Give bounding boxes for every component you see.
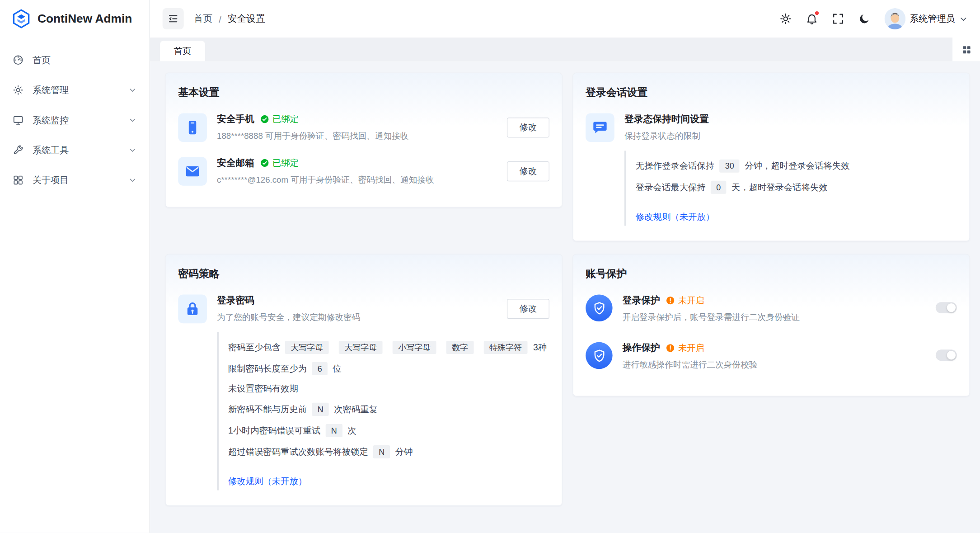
login-protection-row: 登录保护 未开启 开启登录保护后，账号登录需进行二次身份验证 [586,295,957,324]
sidebar-item-label: 首页 [33,54,137,66]
app-logo[interactable]: ContiNew Admin [0,0,150,38]
breadcrumb-separator: / [219,14,221,24]
warning-circle-icon [666,343,675,353]
session-keep-row: 登录态保持时间设置 保持登录状态的限制 [586,113,957,142]
row-title: 登录保护 [623,295,660,307]
value-chip: N [312,403,329,416]
rule-expiry: 未设置密码有效期 [228,383,549,395]
chevron-down-icon [128,146,137,154]
card-account-protection: 账号保护 登录保护 未开启 [572,254,970,396]
row-desc: 为了您的账号安全，建议定期修改密码 [217,312,497,323]
char-type-tag: 小写字母 [393,341,436,354]
sidebar-item-about-project[interactable]: 关于项目 [0,165,150,195]
char-type-tag: 特殊字符 [484,341,528,354]
breadcrumb: 首页 / 安全设置 [194,13,265,24]
app-title: ContiNew Admin [38,12,132,25]
chevron-down-icon [959,15,967,23]
security-phone-row: 安全手机 已绑定 188****8888 可用于身份验证、密码找回、通知接收 修… [178,113,549,142]
rule-include-chars: 密码至少包含 大写字母 大写字母 小写字母 数字 特殊字符 3种 [228,341,549,354]
edit-password-button[interactable]: 修改 [507,299,549,319]
tab-bar: 首页 [150,38,980,61]
edit-password-rules-link[interactable]: 修改规则（未开放） [228,476,307,487]
rule-text: 限制密码长度至少为 [228,363,307,374]
tools-icon [13,145,24,156]
toggle-operation-protection[interactable] [936,349,957,361]
check-circle-icon [260,158,269,168]
toggle-knob [947,351,956,359]
rule-text: 分钟 [395,446,413,458]
menu-fold-icon [168,13,179,24]
sidebar-item-home[interactable]: 首页 [0,45,150,75]
app-logo-icon [11,9,31,28]
monitor-icon [13,114,24,126]
row-title: 操作保护 [623,342,660,354]
row-desc: 保持登录状态的限制 [624,131,957,142]
lock-icon [178,295,207,324]
sidebar-item-label: 关于项目 [33,174,119,186]
breadcrumb-current: 安全设置 [228,13,265,24]
operation-protection-row: 操作保护 未开启 进行敏感操作时需进行二次身份校验 [586,342,957,371]
value-chip: N [373,445,390,458]
rule-text: 密码至少包含 [228,342,281,353]
rule-text: 未设置密码有效期 [228,383,298,395]
row-texts: 登录保护 未开启 开启登录保护后，账号登录需进行二次身份验证 [623,295,926,324]
rule-text: 无操作登录会话保持 [636,160,714,172]
mail-icon [178,157,207,186]
gear-icon [13,85,24,96]
sidebar-item-system-monitor[interactable]: 系统监控 [0,105,150,135]
rule-text: 次 [347,425,356,436]
app-window: ContiNew Admin 首页 系统管理 [0,0,980,533]
settings-icon[interactable] [779,13,792,25]
sidebar-item-system-management[interactable]: 系统管理 [0,75,150,105]
session-rule-max: 登录会话最大保持 0 天，超时登录会话将失效 [636,181,957,194]
card-title: 账号保护 [586,267,957,281]
sidebar-item-label: 系统监控 [33,114,119,126]
row-title: 登录态保持时间设置 [624,113,709,125]
edit-session-rules-link[interactable]: 修改规则（未开放） [636,212,714,223]
rule-text: 超过错误密码重试次数账号将被锁定 [228,446,368,458]
user-name: 系统管理员 [910,13,955,24]
notification-badge [814,11,819,16]
tab-list-button[interactable] [952,38,980,61]
sidebar-item-label: 系统工具 [33,144,119,156]
rule-text: 分钟，超时登录会话将失效 [745,160,849,172]
row-texts: 登录密码 为了您的账号安全，建议定期修改密码 [217,295,497,324]
card-title: 登录会话设置 [586,86,957,99]
value-chip: N [325,424,342,437]
sidebar-collapse-button[interactable] [163,8,184,29]
notifications-icon[interactable] [805,13,818,25]
edit-phone-button[interactable]: 修改 [507,118,549,137]
row-title: 登录密码 [217,295,254,307]
status-badge: 已绑定 [260,157,299,169]
password-rules: 密码至少包含 大写字母 大写字母 小写字母 数字 特殊字符 3种 限制密码长度至… [217,332,549,491]
header: 首页 / 安全设置 [150,0,980,38]
dark-mode-icon[interactable] [858,13,871,25]
dashboard-icon [13,54,24,66]
chat-icon [586,113,614,142]
sidebar-menu: 首页 系统管理 [0,38,150,203]
sidebar-item-system-tools[interactable]: 系统工具 [0,135,150,165]
char-type-tag: 数字 [446,341,474,354]
edit-email-button[interactable]: 修改 [507,161,549,181]
value-chip: 0 [711,181,727,194]
card-password-policy: 密码策略 登录密码 为了您的账号安全，建议定期修改密码 修改 [165,254,563,506]
chevron-down-icon [128,176,137,184]
warning-circle-icon [666,296,675,305]
toggle-login-protection[interactable] [936,302,957,313]
session-rule-idle: 无操作登录会话保持 30 分钟，超时登录会话将失效 [636,160,957,173]
row-texts: 操作保护 未开启 进行敏感操作时需进行二次身份校验 [623,342,926,371]
rule-retry: 1小时内密码错误可重试 N 次 [228,424,549,437]
breadcrumb-home[interactable]: 首页 [194,13,212,24]
row-title: 安全手机 [217,113,254,125]
user-menu[interactable]: 系统管理员 [884,8,968,29]
sidebar-item-label: 系统管理 [33,84,119,96]
row-desc: 进行敏感操作时需进行二次身份校验 [623,359,926,371]
phone-icon [178,113,207,142]
login-password-row: 登录密码 为了您的账号安全，建议定期修改密码 修改 [178,295,549,324]
fullscreen-icon[interactable] [831,13,844,25]
rule-history: 新密码不能与历史前 N 次密码重复 [228,403,549,416]
rule-lock: 超过错误密码重试次数账号将被锁定 N 分钟 [228,445,549,458]
tab-home[interactable]: 首页 [160,41,205,61]
status-badge: 未开启 [666,295,704,306]
chevron-down-icon [128,86,137,94]
